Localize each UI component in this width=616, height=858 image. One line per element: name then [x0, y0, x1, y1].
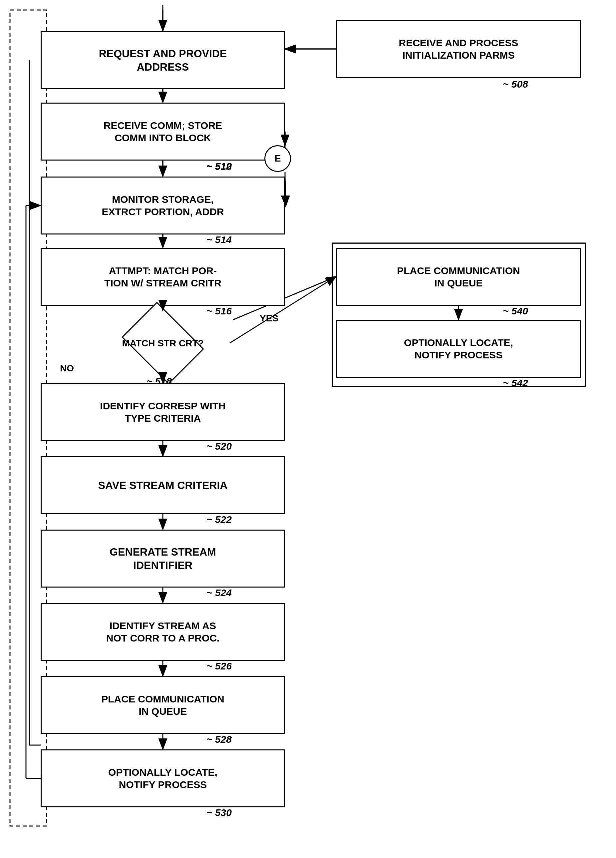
step-514: ~ 514 [206, 234, 232, 246]
step-512: ~ 512 [206, 160, 232, 172]
step-520: ~ 520 [206, 441, 232, 452]
box-monitor-label: MONITOR STORAGE, EXTRCT PORTION, ADDR [102, 193, 224, 218]
box-place-comm-left-label: PLACE COMMUNICATION IN QUEUE [101, 693, 224, 718]
box-generate: GENERATE STREAM IDENTIFIER [40, 530, 285, 588]
box-attempt: ATTMPT: MATCH POR- TION W/ STREAM CRITR [40, 248, 285, 306]
box-receive-comm: RECEIVE COMM; STORE COMM INTO BLOCK [40, 103, 285, 160]
box-monitor: MONITOR STORAGE, EXTRCT PORTION, ADDR [40, 177, 285, 235]
svg-line-33 [285, 177, 286, 205]
box-optionally-right: OPTIONALLY LOCATE, NOTIFY PROCESS [336, 320, 581, 378]
step-540: ~ 540 [503, 305, 528, 317]
diagram-container: REQUEST AND PROVIDE ADDRESS RECEIVE AND … [0, 0, 616, 858]
box-request-address-label: REQUEST AND PROVIDE ADDRESS [99, 47, 227, 74]
box-save-stream-label: SAVE STREAM CRITERIA [98, 479, 228, 492]
box-receive-comm-label: RECEIVE COMM; STORE COMM INTO BLOCK [104, 119, 222, 144]
step-528: ~ 528 [206, 734, 232, 745]
box-receive-init: RECEIVE AND PROCESS INITIALIZATION PARMS [336, 20, 581, 78]
circle-e: E [264, 145, 291, 172]
box-attempt-label: ATTMPT: MATCH POR- TION W/ STREAM CRITR [104, 264, 222, 289]
box-place-comm-right: PLACE COMMUNICATION IN QUEUE [336, 248, 581, 306]
diamond-match: MATCH STR CRT? [73, 310, 252, 376]
box-place-comm-right-label: PLACE COMMUNICATION IN QUEUE [397, 264, 520, 289]
yes-label: YES [260, 313, 278, 324]
box-identify-stream: IDENTIFY STREAM AS NOT CORR TO A PROC. [40, 603, 285, 661]
circle-e-label: E [275, 153, 281, 164]
box-request-address: REQUEST AND PROVIDE ADDRESS [40, 31, 285, 89]
no-label: NO [60, 363, 74, 374]
step-522: ~ 522 [206, 514, 232, 525]
step-524: ~ 524 [206, 587, 232, 598]
step-530: ~ 530 [206, 807, 232, 818]
step-526: ~ 526 [206, 661, 232, 672]
box-place-comm-left: PLACE COMMUNICATION IN QUEUE [40, 676, 285, 734]
box-optionally-left: OPTIONALLY LOCATE, NOTIFY PROCESS [40, 749, 285, 807]
box-identify-corresp-label: IDENTIFY CORRESP WITH TYPE CRITERIA [100, 400, 225, 425]
box-generate-label: GENERATE STREAM IDENTIFIER [110, 545, 216, 572]
box-optionally-right-label: OPTIONALLY LOCATE, NOTIFY PROCESS [404, 336, 513, 361]
box-identify-corresp: IDENTIFY CORRESP WITH TYPE CRITERIA [40, 383, 285, 441]
box-receive-init-label: RECEIVE AND PROCESS INITIALIZATION PARMS [399, 37, 518, 62]
box-optionally-left-label: OPTIONALLY LOCATE, NOTIFY PROCESS [108, 766, 217, 791]
box-identify-stream-label: IDENTIFY STREAM AS NOT CORR TO A PROC. [106, 620, 220, 645]
diamond-match-label: MATCH STR CRT? [122, 337, 203, 349]
step-508: ~ 508 [503, 79, 528, 90]
box-save-stream: SAVE STREAM CRITERIA [40, 456, 285, 514]
step-542: ~ 542 [503, 378, 528, 389]
